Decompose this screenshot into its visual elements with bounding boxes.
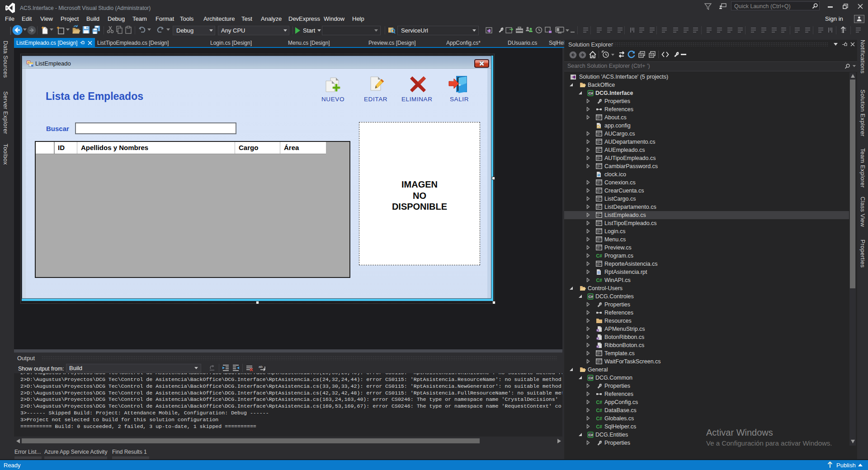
svg-text:ab: ab xyxy=(259,365,263,369)
svg-text:C#: C# xyxy=(596,424,603,429)
svg-text:C#: C# xyxy=(596,253,603,258)
svg-text:C#: C# xyxy=(589,295,594,299)
svg-text:C#: C# xyxy=(596,400,603,405)
svg-text:C#: C# xyxy=(596,408,603,413)
svg-text:C#: C# xyxy=(589,433,594,437)
svg-text:C#: C# xyxy=(589,91,594,95)
svg-text:C#: C# xyxy=(589,376,594,380)
svg-text:C#: C# xyxy=(596,277,603,283)
svg-text:C#: C# xyxy=(596,416,603,421)
